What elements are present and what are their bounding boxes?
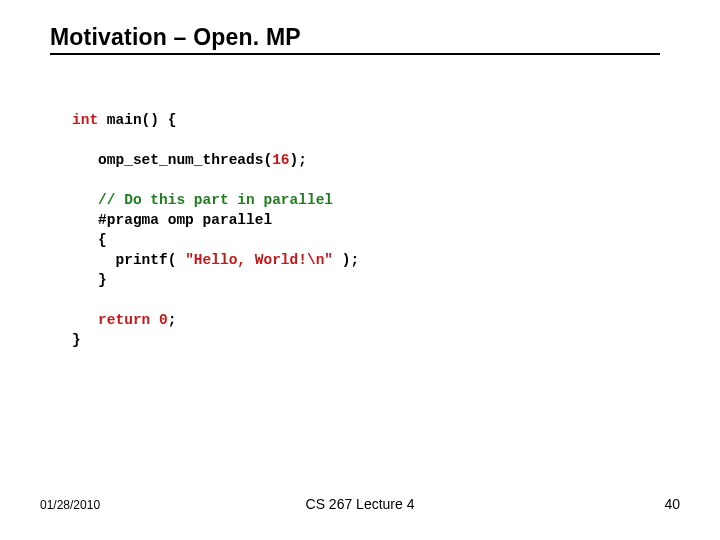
- footer-page-number: 40: [664, 496, 680, 512]
- comment-parallel: // Do this part in parallel: [98, 192, 333, 208]
- indent: [72, 212, 98, 228]
- printf-pre: printf(: [116, 252, 186, 268]
- brace-close: }: [98, 272, 107, 288]
- pragma-omp: #pragma omp parallel: [98, 212, 272, 228]
- return-sp: [150, 312, 159, 328]
- close-main-brace: }: [72, 332, 81, 348]
- code-block: int main() { omp_set_num_threads(16); //…: [72, 110, 359, 350]
- indent: [72, 272, 98, 288]
- literal-16: 16: [272, 152, 289, 168]
- indent: [72, 192, 98, 208]
- brace-open: {: [98, 232, 107, 248]
- literal-0: 0: [159, 312, 168, 328]
- indent: [72, 312, 98, 328]
- return-post: ;: [168, 312, 177, 328]
- title-bar: Motivation – Open. MP: [50, 24, 660, 55]
- string-hello: "Hello, World!\n": [185, 252, 333, 268]
- indent: [72, 232, 98, 248]
- slide-title: Motivation – Open. MP: [50, 24, 660, 51]
- fn-signature: main() {: [98, 112, 176, 128]
- call-set-threads-post: );: [290, 152, 307, 168]
- indent: [72, 252, 116, 268]
- keyword-int: int: [72, 112, 98, 128]
- call-set-threads-pre: omp_set_num_threads(: [98, 152, 272, 168]
- keyword-return: return: [98, 312, 150, 328]
- indent: [72, 152, 98, 168]
- printf-post: );: [333, 252, 359, 268]
- footer-course: CS 267 Lecture 4: [0, 496, 720, 512]
